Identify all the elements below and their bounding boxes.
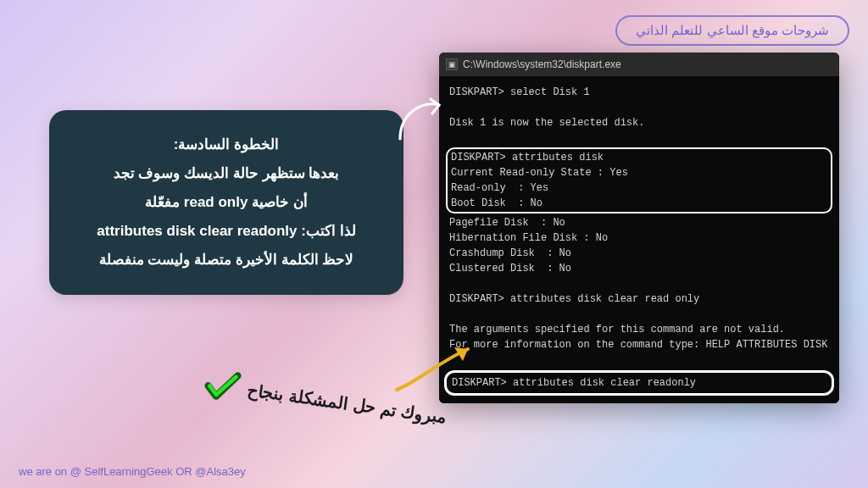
term-line: Boot Disk : No xyxy=(451,196,827,211)
card-line: لذا اكتب: attributes disk clear readonly xyxy=(68,217,385,246)
terminal-window: ▣ C:\Windows\system32\diskpart.exe DISKP… xyxy=(439,53,839,403)
card-code: attributes disk clear readonly xyxy=(97,217,297,246)
term-line: Disk 1 is now the selected disk. xyxy=(449,115,829,130)
terminal-title: C:\Windows\system32\diskpart.exe xyxy=(463,58,621,70)
term-line: DISKPART> select Disk 1 xyxy=(449,85,829,100)
site-badge: شروحات موقع الساعي للتعلم الذاتي xyxy=(615,15,849,46)
term-line: For more information on the command type… xyxy=(449,337,829,352)
curved-arrow-icon xyxy=(390,88,451,149)
terminal-body[interactable]: DISKPART> select Disk 1 Disk 1 is now th… xyxy=(439,76,839,403)
card-title: الخطوة السادسة: xyxy=(68,130,385,159)
term-line xyxy=(449,100,829,115)
term-line: DISKPART> attributes disk clear read onl… xyxy=(449,291,829,307)
term-line xyxy=(449,307,829,322)
card-text: مفعّلة xyxy=(145,194,184,210)
cmd-icon: ▣ xyxy=(446,58,458,70)
highlight-correct-command: DISKPART> attributes disk clear readonly xyxy=(444,370,834,396)
term-line: The arguments specified for this command… xyxy=(449,322,829,337)
card-line: لاحظ الكلمة الأخيرة متصلة وليست منفصلة xyxy=(68,246,385,274)
step-card: الخطوة السادسة: بعدها ستظهر حالة الديسك … xyxy=(49,110,403,295)
term-line xyxy=(449,130,829,146)
term-line: Crashdump Disk : No xyxy=(449,246,829,261)
card-text: أن خاصية xyxy=(248,194,307,210)
term-line: Read-only : Yes xyxy=(451,180,827,196)
card-text: لذا اكتب: xyxy=(298,223,356,239)
term-line: Hibernation File Disk : No xyxy=(449,230,829,246)
term-line: DISKPART> attributes disk clear readonly xyxy=(452,375,826,391)
checkmark-icon xyxy=(201,365,243,408)
term-line: Current Read-only State : Yes xyxy=(451,165,827,180)
card-line: بعدها ستظهر حالة الديسك وسوف تجد xyxy=(68,159,385,188)
terminal-titlebar: ▣ C:\Windows\system32\diskpart.exe xyxy=(439,53,839,76)
term-line: DISKPART> attributes disk xyxy=(451,150,827,165)
term-line xyxy=(449,398,829,403)
footer-credit: we are on @ SelfLearningGeek OR @Alsa3ey xyxy=(19,465,246,478)
highlight-attributes-output: DISKPART> attributes disk Current Read-o… xyxy=(446,147,832,214)
term-line: Pagefile Disk : No xyxy=(449,215,829,230)
term-line xyxy=(449,352,829,368)
term-line xyxy=(449,276,829,291)
term-line: Clustered Disk : No xyxy=(449,261,829,276)
card-code: read only xyxy=(184,188,248,217)
card-line: أن خاصية read only مفعّلة xyxy=(68,188,385,217)
